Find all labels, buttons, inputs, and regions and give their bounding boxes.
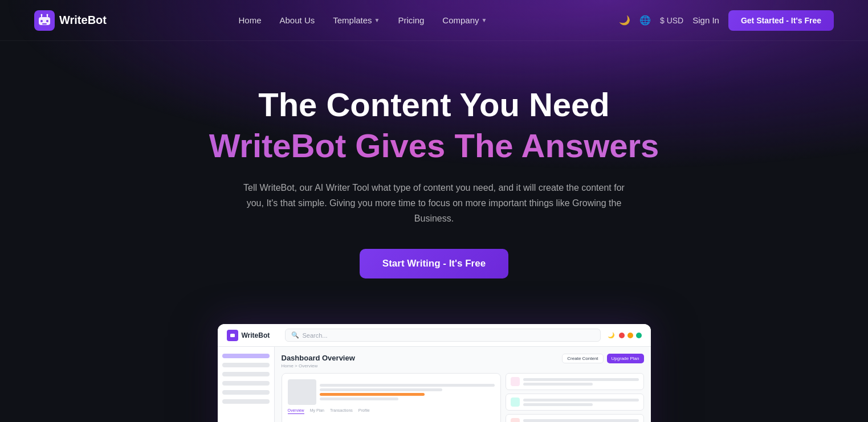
company-dropdown-arrow: ▼ — [482, 17, 487, 23]
dashboard-content: Overview My Plan Transactions Profile — [282, 373, 644, 422]
moon-icon: 🌙 — [619, 15, 630, 26]
tab-myplan[interactable]: My Plan — [310, 408, 324, 414]
tab-profile[interactable]: Profile — [358, 408, 370, 414]
right-card-1 — [506, 373, 643, 390]
illustration-area — [288, 417, 495, 422]
logo[interactable]: WriteBot — [34, 10, 107, 31]
maximize-dot[interactable] — [636, 333, 642, 338]
hero-title-line1: The Content You Need — [23, 87, 845, 123]
card2-line2 — [523, 403, 592, 406]
content-line-3 — [320, 393, 425, 396]
dark-mode-toggle[interactable]: 🌙 — [619, 15, 630, 26]
dashboard-title-area: Dashboard Overview Home > Overview — [282, 354, 355, 368]
dashboard-logo-icon — [227, 330, 238, 341]
dashboard-preview: WriteBot 🔍 Search... 🌙 — [218, 324, 651, 422]
dashboard-logo-text: WriteBot — [242, 331, 270, 339]
nav-pricing[interactable]: Pricing — [398, 15, 425, 25]
tab-overview[interactable]: Overview — [288, 408, 304, 414]
card2-dot — [511, 398, 520, 407]
sidebar-item-3[interactable] — [222, 372, 270, 376]
sign-in-button[interactable]: Sign In — [692, 15, 719, 25]
dashboard-create-button[interactable]: Create Content — [562, 354, 603, 363]
right-card-2 — [506, 394, 643, 411]
dashboard-upgrade-button[interactable]: Upgrade Plan — [607, 354, 644, 363]
sidebar-item-4[interactable] — [222, 381, 270, 386]
dashboard-preview-container: WriteBot 🔍 Search... 🌙 — [0, 324, 868, 422]
svg-point-2 — [40, 20, 43, 22]
globe-icon: 🌐 — [639, 15, 651, 26]
dashboard-tabs: Overview My Plan Transactions Profile — [288, 408, 495, 414]
tab-transactions[interactable]: Transactions — [330, 408, 353, 414]
dashboard-topbar-right: 🌙 — [608, 332, 642, 338]
nav-about[interactable]: About Us — [280, 15, 315, 25]
card1-lines — [523, 378, 638, 386]
nav-templates[interactable]: Templates ▼ — [333, 15, 380, 25]
hero-section: The Content You Need WriteBot Gives The … — [0, 41, 868, 313]
logo-text: WriteBot — [59, 14, 107, 27]
svg-point-6 — [47, 14, 48, 15]
card3-line1 — [523, 419, 638, 422]
content-lines — [320, 379, 495, 405]
card3-dot — [511, 418, 520, 422]
card1-dot — [511, 377, 520, 386]
card3-lines — [523, 419, 638, 422]
card1-line1 — [523, 378, 638, 381]
dashboard-title: Dashboard Overview — [282, 354, 355, 362]
dashboard-logo: WriteBot — [227, 330, 278, 341]
dashboard-search[interactable]: 🔍 Search... — [285, 329, 601, 342]
dashboard-sidebar — [218, 347, 275, 422]
content-line-4 — [320, 398, 398, 400]
hero-description: Tell WriteBot, our AI Writer Tool what t… — [241, 180, 628, 227]
card1-line2 — [523, 383, 592, 386]
window-controls — [619, 333, 642, 338]
logo-icon — [34, 10, 55, 31]
preview-content — [288, 379, 495, 405]
nav-home[interactable]: Home — [239, 15, 262, 25]
nav-company[interactable]: Company ▼ — [442, 15, 487, 25]
card2-line1 — [523, 399, 638, 401]
sidebar-item-2[interactable] — [222, 363, 270, 367]
currency-selector[interactable]: $ USD — [660, 16, 683, 25]
dashboard-header-row: Dashboard Overview Home > Overview Creat… — [282, 354, 644, 368]
dashboard-main-card: Overview My Plan Transactions Profile — [282, 373, 502, 422]
dashboard-main: Dashboard Overview Home > Overview Creat… — [275, 347, 651, 422]
dashboard-body: Dashboard Overview Home > Overview Creat… — [218, 347, 651, 422]
sidebar-item-5[interactable] — [222, 390, 270, 395]
hero-title-line2: WriteBot Gives The Answers — [23, 128, 845, 164]
navbar: WriteBot Home About Us Templates ▼ Prici… — [0, 0, 868, 41]
minimize-dot[interactable] — [627, 333, 633, 338]
templates-dropdown-arrow: ▼ — [374, 17, 380, 23]
content-line-1 — [320, 384, 495, 387]
card2-lines — [523, 399, 638, 406]
content-line-2 — [320, 388, 442, 391]
dashboard-header-buttons: Create Content Upgrade Plan — [562, 354, 643, 363]
dashboard-right-cards — [506, 373, 643, 422]
dashboard-illustration — [365, 417, 417, 422]
right-card-3 — [506, 414, 643, 422]
svg-rect-4 — [42, 23, 47, 24]
svg-point-3 — [46, 20, 48, 22]
close-dot[interactable] — [619, 333, 625, 338]
dashboard-breadcrumb: Home > Overview — [282, 363, 355, 368]
get-started-button[interactable]: Get Started - It's Free — [728, 10, 834, 31]
nav-actions: 🌙 🌐 $ USD Sign In Get Started - It's Fre… — [619, 10, 834, 31]
svg-rect-7 — [230, 334, 235, 337]
sidebar-item-1[interactable] — [222, 354, 270, 358]
nav-links: Home About Us Templates ▼ Pricing Compan… — [239, 15, 487, 25]
language-toggle[interactable]: 🌐 — [639, 15, 651, 26]
search-icon: 🔍 — [291, 331, 299, 339]
dashboard-moon-icon: 🌙 — [608, 332, 614, 338]
svg-point-5 — [41, 14, 43, 15]
content-thumbnail — [288, 379, 316, 405]
dashboard-topbar: WriteBot 🔍 Search... 🌙 — [218, 324, 651, 347]
sidebar-item-6[interactable] — [222, 399, 270, 404]
start-writing-button[interactable]: Start Writing - It's Free — [360, 249, 508, 278]
